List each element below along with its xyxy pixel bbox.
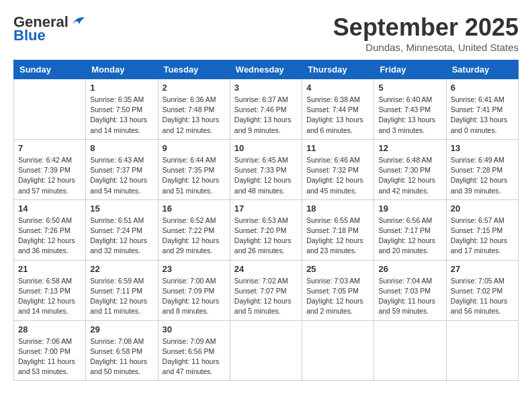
day-number: 30 [163,324,226,334]
calendar-cell: 20Sunrise: 6:57 AM Sunset: 7:15 PM Dayli… [446,199,518,260]
day-number: 22 [90,264,153,274]
calendar-cell: 30Sunrise: 7:09 AM Sunset: 6:56 PM Dayli… [158,320,230,381]
day-number: 4 [306,83,369,93]
weekday-header-thursday: Thursday [302,60,374,79]
calendar-table: SundayMondayTuesdayWednesdayThursdayFrid… [13,60,519,381]
calendar-cell: 3Sunrise: 6:37 AM Sunset: 7:46 PM Daylig… [230,79,302,140]
page-header: General Blue September 2025 Dundas, Minn… [13,13,519,53]
calendar-cell: 27Sunrise: 7:05 AM Sunset: 7:02 PM Dayli… [446,260,518,320]
day-info: Sunrise: 6:37 AM Sunset: 7:46 PM Dayligh… [234,95,298,136]
day-info: Sunrise: 7:08 AM Sunset: 6:58 PM Dayligh… [90,336,153,377]
day-number: 18 [306,203,369,214]
day-info: Sunrise: 6:49 AM Sunset: 7:28 PM Dayligh… [451,155,514,196]
day-number: 1 [90,83,153,93]
day-info: Sunrise: 6:52 AM Sunset: 7:22 PM Dayligh… [163,216,226,257]
month-title: September 2025 [333,13,519,42]
title-section: September 2025 Dundas, Minnesota, United… [333,13,519,53]
day-number: 27 [451,264,514,274]
calendar-cell: 5Sunrise: 6:40 AM Sunset: 7:43 PM Daylig… [374,79,446,140]
calendar-cell: 13Sunrise: 6:49 AM Sunset: 7:28 PM Dayli… [446,139,518,199]
day-number: 28 [18,324,81,334]
day-info: Sunrise: 6:58 AM Sunset: 7:13 PM Dayligh… [18,276,81,317]
calendar-week-row: 21Sunrise: 6:58 AM Sunset: 7:13 PM Dayli… [14,260,519,320]
calendar-header-row: SundayMondayTuesdayWednesdayThursdayFrid… [14,60,519,79]
calendar-cell: 2Sunrise: 6:36 AM Sunset: 7:48 PM Daylig… [158,79,230,140]
weekday-header-friday: Friday [374,60,446,79]
day-number: 5 [378,83,441,93]
day-number: 21 [18,264,81,274]
day-info: Sunrise: 6:35 AM Sunset: 7:50 PM Dayligh… [90,95,153,136]
calendar-week-row: 7Sunrise: 6:42 AM Sunset: 7:39 PM Daylig… [14,139,519,199]
calendar-cell: 25Sunrise: 7:03 AM Sunset: 7:05 PM Dayli… [302,260,374,320]
day-number: 14 [18,203,81,214]
weekday-header-tuesday: Tuesday [158,60,230,79]
calendar-cell: 24Sunrise: 7:02 AM Sunset: 7:07 PM Dayli… [230,260,302,320]
calendar-cell [14,79,86,140]
day-info: Sunrise: 6:41 AM Sunset: 7:41 PM Dayligh… [451,95,514,136]
calendar-cell: 22Sunrise: 6:59 AM Sunset: 7:11 PM Dayli… [86,260,158,320]
day-info: Sunrise: 6:57 AM Sunset: 7:15 PM Dayligh… [451,216,514,257]
weekday-header-wednesday: Wednesday [230,60,302,79]
day-info: Sunrise: 6:50 AM Sunset: 7:26 PM Dayligh… [18,216,81,257]
calendar-cell: 8Sunrise: 6:43 AM Sunset: 7:37 PM Daylig… [86,139,158,199]
calendar-cell: 6Sunrise: 6:41 AM Sunset: 7:41 PM Daylig… [446,79,518,140]
calendar-cell: 26Sunrise: 7:04 AM Sunset: 7:03 PM Dayli… [374,260,446,320]
calendar-cell: 1Sunrise: 6:35 AM Sunset: 7:50 PM Daylig… [86,79,158,140]
calendar-cell: 15Sunrise: 6:51 AM Sunset: 7:24 PM Dayli… [86,199,158,260]
day-info: Sunrise: 6:42 AM Sunset: 7:39 PM Dayligh… [18,155,81,196]
day-number: 25 [306,264,369,274]
calendar-cell [302,320,374,381]
calendar-cell: 4Sunrise: 6:38 AM Sunset: 7:44 PM Daylig… [302,79,374,140]
calendar-cell: 19Sunrise: 6:56 AM Sunset: 7:17 PM Dayli… [374,199,446,260]
calendar-cell: 29Sunrise: 7:08 AM Sunset: 6:58 PM Dayli… [86,320,158,381]
calendar-week-row: 1Sunrise: 6:35 AM Sunset: 7:50 PM Daylig… [14,79,519,140]
weekday-header-monday: Monday [86,60,158,79]
day-info: Sunrise: 6:51 AM Sunset: 7:24 PM Dayligh… [90,216,153,257]
calendar-cell: 17Sunrise: 6:53 AM Sunset: 7:20 PM Dayli… [230,199,302,260]
day-number: 11 [306,143,369,153]
day-info: Sunrise: 7:04 AM Sunset: 7:03 PM Dayligh… [378,276,441,317]
day-info: Sunrise: 6:53 AM Sunset: 7:20 PM Dayligh… [234,216,298,257]
day-info: Sunrise: 7:00 AM Sunset: 7:09 PM Dayligh… [163,276,226,317]
day-number: 9 [163,143,226,153]
calendar-cell: 7Sunrise: 6:42 AM Sunset: 7:39 PM Daylig… [14,139,86,199]
calendar-cell: 23Sunrise: 7:00 AM Sunset: 7:09 PM Dayli… [158,260,230,320]
calendar-cell: 28Sunrise: 7:06 AM Sunset: 7:00 PM Dayli… [14,320,86,381]
day-info: Sunrise: 6:43 AM Sunset: 7:37 PM Dayligh… [90,155,153,196]
calendar-cell: 10Sunrise: 6:45 AM Sunset: 7:33 PM Dayli… [230,139,302,199]
day-number: 16 [163,203,226,214]
day-info: Sunrise: 7:03 AM Sunset: 7:05 PM Dayligh… [306,276,369,317]
calendar-cell [374,320,446,381]
day-number: 12 [378,143,441,153]
calendar-week-row: 28Sunrise: 7:06 AM Sunset: 7:00 PM Dayli… [14,320,519,381]
calendar-cell: 11Sunrise: 6:46 AM Sunset: 7:32 PM Dayli… [302,139,374,199]
day-number: 24 [234,264,298,274]
logo-blue-text: Blue [13,27,46,44]
day-info: Sunrise: 6:55 AM Sunset: 7:18 PM Dayligh… [306,216,369,257]
weekday-header-saturday: Saturday [446,60,518,79]
day-info: Sunrise: 6:36 AM Sunset: 7:48 PM Dayligh… [163,95,226,136]
logo-bird-icon [71,15,86,27]
logo: General Blue [13,13,86,44]
day-info: Sunrise: 6:56 AM Sunset: 7:17 PM Dayligh… [378,216,441,257]
location-subtitle: Dundas, Minnesota, United States [333,42,519,53]
day-number: 29 [90,324,153,334]
day-info: Sunrise: 6:48 AM Sunset: 7:30 PM Dayligh… [378,155,441,196]
day-number: 10 [234,143,298,153]
day-number: 13 [451,143,514,153]
calendar-cell: 18Sunrise: 6:55 AM Sunset: 7:18 PM Dayli… [302,199,374,260]
day-info: Sunrise: 6:38 AM Sunset: 7:44 PM Dayligh… [306,95,369,136]
day-number: 7 [18,143,81,153]
day-number: 17 [234,203,298,214]
day-info: Sunrise: 6:46 AM Sunset: 7:32 PM Dayligh… [306,155,369,196]
calendar-cell [230,320,302,381]
day-number: 23 [163,264,226,274]
day-info: Sunrise: 7:02 AM Sunset: 7:07 PM Dayligh… [234,276,298,317]
day-number: 15 [90,203,153,214]
day-info: Sunrise: 6:44 AM Sunset: 7:35 PM Dayligh… [163,155,226,196]
calendar-week-row: 14Sunrise: 6:50 AM Sunset: 7:26 PM Dayli… [14,199,519,260]
day-number: 3 [234,83,298,93]
calendar-cell: 16Sunrise: 6:52 AM Sunset: 7:22 PM Dayli… [158,199,230,260]
day-info: Sunrise: 6:40 AM Sunset: 7:43 PM Dayligh… [378,95,441,136]
day-info: Sunrise: 6:59 AM Sunset: 7:11 PM Dayligh… [90,276,153,317]
